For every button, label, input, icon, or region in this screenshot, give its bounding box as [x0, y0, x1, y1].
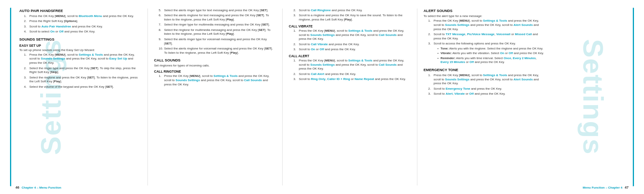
page-number-left: 46 [15, 185, 19, 189]
every-15-link: Every 15 Minutes [441, 60, 465, 64]
voicemail-link: Voicemail [496, 32, 510, 36]
section-sounds-settings: SOUNDS SETTINGS [19, 37, 141, 41]
set-key: SET [257, 14, 263, 17]
on-link: On [500, 51, 504, 55]
main-content: AUTO PAIR HANDSFREE Press the OK Key [ME… [0, 0, 644, 194]
page-container: Settings Settings AUTO PAIR HANDSFREE Pr… [0, 0, 644, 194]
settings-tools-link: Settings & Tools [483, 73, 507, 77]
off-link: Off [469, 92, 474, 95]
menu-key: MENU [460, 73, 469, 77]
footer-right: Menu Function – Chapter 4 47 [583, 185, 629, 189]
list-item: Scroll to Ring Only, Caller ID + Ring or… [294, 77, 411, 82]
sounds-settings-link: Sounds Settings [310, 33, 335, 37]
call-ringtone-list: Press the OK Key [MENU], scroll to Setti… [154, 74, 276, 87]
section-call-sounds: CALL SOUNDS [154, 58, 276, 62]
sounds-settings-link: Sounds Settings [310, 63, 335, 66]
list-item: Select the alerts ringtone for text mess… [159, 14, 276, 22]
bluetooth-menu-link: Bluetooth Menu [79, 14, 102, 18]
call-sounds-link: Call Sounds [379, 63, 397, 66]
sounds-settings-link: Sounds Settings [445, 23, 469, 27]
list-item: Select the alerts ringtone for voicemail… [159, 47, 276, 55]
menu-key: MENU [190, 74, 200, 78]
pic-voice-link: Pic/Voice Message [467, 32, 495, 36]
section-call-ringtone: CALL RINGTONE [154, 70, 276, 73]
missed-call-link: Missed Call [515, 32, 532, 36]
section-emergency-tone: EMERGENCY TONE [424, 68, 546, 72]
set-key: SET [265, 47, 271, 50]
call-vibrate-link: Call Vibrate [311, 43, 328, 46]
section-auto-pair: AUTO PAIR HANDSFREE [19, 9, 141, 13]
list-item: Select the alerts ringer type for voicem… [159, 37, 276, 46]
skip-key: Skip [51, 70, 58, 74]
easy-set-up-continued-list: Select the alerts ringer type for text m… [154, 9, 276, 55]
list-item: Press the Right Soft Key [Options]. [25, 19, 141, 24]
options-bullet-list: Tone: Alerts you with the ringtone. Sele… [434, 47, 546, 65]
page-number-right: 47 [625, 185, 629, 189]
auto-pair-link: Auto Pair Handsfree [41, 25, 71, 28]
sounds-settings-link: Sounds Settings [176, 78, 200, 82]
bullet-item-vibrate: Vibrate: Alerts you with the vibration. … [437, 51, 546, 56]
list-item: Scroll to Call Vibrate and press the OK … [294, 43, 411, 47]
divider-2 [282, 9, 283, 185]
chapter-label-left: Chapter 4 – Menu Function [22, 186, 61, 189]
ring-only-link: Ring Only [311, 77, 325, 81]
easy-set-up-link: Easy Set Up [109, 57, 127, 60]
alert-sounds-link: Alert Sounds [514, 78, 533, 81]
set-key: SET [88, 76, 94, 79]
call-sounds-link: Call Sounds [244, 78, 262, 82]
play-key: Play [227, 18, 233, 21]
vibrate-link: Vibrate [454, 92, 465, 95]
reminder-label: Reminder: [441, 56, 456, 60]
set-key: SET [165, 42, 171, 45]
set-key: SET [92, 66, 98, 70]
list-item: Select the ringtone for multimedia messa… [159, 28, 276, 37]
sounds-settings-link: Sounds Settings [445, 78, 469, 81]
menu-key: MENU [325, 29, 334, 32]
on-link: On [311, 48, 315, 51]
menu-key: MENU [56, 53, 65, 56]
list-item: Scroll to TXT Message, Pic/Voice Message… [429, 32, 546, 41]
list-item: Scroll to a ringtone and press the OK Ke… [294, 14, 411, 22]
caller-id-link: Caller ID + Ring [327, 77, 350, 81]
settings-tools-link: Settings & Tools [79, 53, 103, 56]
call-sounds-intro: Set ringtones for types of incoming call… [154, 64, 276, 67]
list-item: Press the OK Key [MENU], scroll to Setti… [429, 73, 546, 86]
divider-1 [147, 9, 148, 185]
call-ringtone-link: Call Ringtone [311, 9, 331, 12]
list-item: Select the volume of the keypad and pres… [25, 85, 141, 89]
alert-sounds-list: Press the OK Key [MENU], scroll to Setti… [424, 19, 546, 65]
divider-3 [417, 9, 417, 185]
set-key: SET [261, 9, 267, 12]
column-2: Select the alerts ringer type for text m… [149, 9, 281, 185]
call-alert-link: Call Alert [311, 72, 324, 76]
list-item: Press the OK Key [MENU], scroll to Bluet… [25, 14, 141, 19]
settings-tools-link: Settings & Tools [483, 19, 507, 22]
section-call-alert: CALL ALERT [289, 54, 411, 58]
play-key: Play [227, 32, 233, 36]
alert-sounds-intro: To select the alert type for a new messa… [424, 14, 546, 18]
column-1: AUTO PAIR HANDSFREE Press the OK Key [ME… [15, 9, 146, 185]
every-2-link: Every 2 Minutes [513, 56, 536, 60]
play-key: Play [345, 18, 351, 21]
call-vibrate-list: Press the OK Key [MENU], scroll to Setti… [289, 29, 411, 52]
tone-label: Tone: [441, 47, 449, 50]
set-key: SET [106, 85, 112, 88]
bullet-item-reminder: Reminder: Alerts you with time interval.… [437, 56, 546, 65]
play-key: Play [231, 51, 237, 54]
menu-key: MENU [460, 19, 469, 22]
chapter-label-right: Menu Function – Chapter 4 [583, 186, 622, 189]
list-item: Scroll to Call Ringtone and press the OK… [294, 9, 411, 13]
options-key: Options [65, 19, 76, 23]
easy-set-up-intro: To set up phone sounds using the Easy Se… [19, 48, 141, 52]
list-item: Scroll to Auto Pair Handsfree and press … [25, 25, 141, 29]
name-repeat-link: Name Repeat [354, 77, 374, 81]
easy-set-up-list: Press the OK Key [MENU], scroll to Setti… [19, 53, 141, 89]
emergency-tone-list: Press the OK Key [MENU], scroll to Setti… [424, 73, 546, 96]
on-link: On [50, 30, 54, 33]
alert-sounds-link: Alert Sounds [514, 23, 533, 27]
set-key: SET [259, 28, 265, 32]
off-link: Off [508, 51, 513, 55]
list-item: Scroll to Call Alert and press the OK Ke… [294, 72, 411, 77]
bullet-item-tone: Tone: Alerts you with the ringtone. Sele… [437, 47, 546, 51]
menu-key: MENU [325, 59, 334, 62]
